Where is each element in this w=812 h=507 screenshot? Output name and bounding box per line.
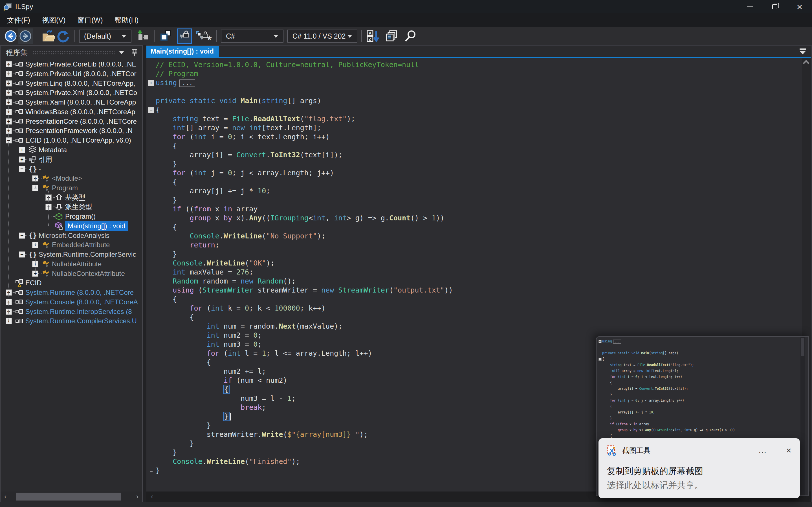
tree-item-label[interactable]: System.Runtime.CompilerServices.U xyxy=(26,317,137,325)
menu-item-0[interactable]: 文件(F) xyxy=(1,13,36,27)
tree-branch xyxy=(12,102,15,103)
tree-item-label[interactable]: System.Xaml (8.0.0.0, .NETCoreApp xyxy=(26,98,136,106)
tree-item-presentationframework-8-0-0-0-n[interactable]: +PresentationFramework (8.0.0.0, .N xyxy=(1,126,142,135)
fold-margin[interactable]: − xyxy=(146,105,156,114)
tree-item-system-private-corelib-8-0-0-0-ne[interactable]: +System.Private.CoreLib (8.0.0.0, .NE xyxy=(1,59,142,69)
tree-item-system-runtime-interopservices-8[interactable]: +System.Runtime.InteropServices (8 xyxy=(1,307,142,317)
minimize-button[interactable] xyxy=(738,0,762,13)
tree-item-label[interactable]: Program xyxy=(52,184,78,192)
fold-collapse-icon[interactable]: − xyxy=(148,107,154,113)
scroll-up-icon[interactable] xyxy=(803,60,809,66)
tree-item-ecid[interactable]: ECID xyxy=(1,278,142,288)
tree-item-system-private-xml-8-0-0-0-netco[interactable]: +System.Private.Xml (8.0.0.0, .NETCo xyxy=(1,88,142,98)
tree-horizontal-scrollbar[interactable]: ‹ › xyxy=(1,492,142,502)
tree-item-label[interactable]: Metadata xyxy=(39,146,67,154)
tree-item-label[interactable]: Microsoft.CodeAnalysis xyxy=(39,232,109,239)
toast-more-button[interactable]: … xyxy=(758,446,767,455)
menu-item-1[interactable]: 视图(V) xyxy=(36,13,71,27)
show-internal-api-button[interactable] xyxy=(158,29,173,44)
tree-item-label[interactable]: System.Runtime.InteropServices (8 xyxy=(26,308,132,316)
tree-item-label[interactable]: - xyxy=(39,165,41,173)
tree-item-label[interactable]: System.Private.CoreLib (8.0.0.0, .NE xyxy=(26,60,137,68)
tree-item-nullableattribute[interactable]: +♥NullableAttribute xyxy=(1,259,142,269)
assembly-list-select[interactable]: (Default) xyxy=(79,30,132,43)
tree-item-label[interactable]: System.Runtime (8.0.0.0, .NETCore xyxy=(26,289,134,296)
search-button[interactable] xyxy=(403,29,418,44)
tree-item-system-runtime-8-0-0-0-netcore[interactable]: +System.Runtime (8.0.0.0, .NETCore xyxy=(1,288,142,297)
tree-item-label[interactable]: <Module> xyxy=(52,174,82,182)
scroll-left-icon[interactable]: ‹ xyxy=(146,493,158,501)
add-assembly-list-button[interactable] xyxy=(135,29,150,44)
tab-main-string-void[interactable]: Main(string[]) : void xyxy=(146,46,219,57)
close-button[interactable]: × xyxy=(787,0,812,13)
tree-item-system-runtime-compilerservices-u[interactable]: +System.Runtime.CompilerServices.U xyxy=(1,316,142,326)
tree-item-label[interactable]: PresentationFramework (8.0.0.0, .N xyxy=(26,127,133,135)
tree-item-label[interactable]: NullableAttribute xyxy=(52,260,102,268)
snipping-tool-toast[interactable]: 截图工具 … × 复制到剪贴板的屏幕截图 选择此处以标记并共享。 xyxy=(599,438,800,498)
tree-item-system-private-uri-8-0-0-0-netcor[interactable]: +System.Private.Uri (8.0.0.0, .NETCor xyxy=(1,69,142,78)
menu-item-3[interactable]: 帮助(H) xyxy=(109,13,145,27)
fold-margin xyxy=(146,439,156,448)
tree-item-label[interactable]: 基类型 xyxy=(65,193,86,202)
collapsed-region-box[interactable]: ... xyxy=(613,340,621,344)
fold-margin[interactable]: + xyxy=(146,78,156,88)
tree-item-presentationcore-8-0-0-0-netcore[interactable]: +PresentationCore (8.0.0.0, .NETCore xyxy=(1,117,142,126)
fold-expand-icon[interactable]: + xyxy=(148,80,154,86)
tree-item-label[interactable]: ECID (1.0.0.0, .NETCoreApp, v6.0) xyxy=(26,136,131,144)
code-text: for (int j = 0; j < array.Length; j++) xyxy=(156,169,334,177)
tree-item-label[interactable]: System.Linq (8.0.0.0, .NETCoreApp, xyxy=(26,79,135,88)
language-version-select[interactable]: C# 11.0 / VS 202 xyxy=(288,30,357,43)
tree-item-label[interactable]: System.Private.Xml (8.0.0.0, .NETCo xyxy=(26,89,137,97)
preview-scrollbar[interactable] xyxy=(801,337,805,496)
show-all-members-button[interactable]: ♥ ★ xyxy=(196,29,212,44)
tree-item-windowsbase-8-0-0-0-netcoreap[interactable]: +WindowsBase (8.0.0.0, .NETCoreAp xyxy=(1,107,142,117)
tree-item-label[interactable]: 派生类型 xyxy=(65,202,92,211)
reload-button[interactable] xyxy=(56,29,70,44)
tree-item-label[interactable]: EmbeddedAttribute xyxy=(52,241,110,249)
tree-item-label[interactable]: System.Private.Uri (8.0.0.0, .NETCor xyxy=(26,70,136,78)
fold-margin[interactable]: − xyxy=(598,356,602,362)
toast-hint[interactable]: 选择此处以标记并共享。 xyxy=(607,480,792,491)
tree-item-label[interactable]: NullableContextAttribute xyxy=(52,270,125,278)
tree-item-system-xaml-8-0-0-0-netcoreapp[interactable]: +System.Xaml (8.0.0.0, .NETCoreApp xyxy=(1,98,142,107)
language-select[interactable]: C# xyxy=(221,30,284,43)
tree-item-system-linq-8-0-0-0-netcoreapp-[interactable]: +System.Linq (8.0.0.0, .NETCoreApp, xyxy=(1,78,142,88)
maximize-button[interactable] xyxy=(762,0,787,13)
fold-expand-icon[interactable]: + xyxy=(599,340,602,343)
pin-icon[interactable] xyxy=(131,49,138,57)
tab-list-button[interactable] xyxy=(800,46,806,57)
tree-branch xyxy=(38,273,42,274)
tree-item-label[interactable]: System.Console (8.0.0.0, .NETCoreA xyxy=(26,298,138,306)
fold-collapse-icon[interactable]: − xyxy=(599,358,602,361)
open-file-button[interactable] xyxy=(41,29,56,44)
sort-assemblies-button[interactable]: A Z xyxy=(366,29,380,44)
tree-item-label[interactable]: PresentationCore (8.0.0.0, .NETCore xyxy=(26,117,137,125)
tree-item-system-console-8-0-0-0-netcorea[interactable]: +System.Console (8.0.0.0, .NETCoreA xyxy=(1,297,142,307)
tree-item-label[interactable]: System.Runtime.CompilerServic xyxy=(39,250,136,259)
fold-margin[interactable]: + xyxy=(598,338,602,344)
panel-splitter[interactable] xyxy=(143,45,146,507)
show-public-api-toggle[interactable]: ♥ xyxy=(177,29,192,44)
tree-branch xyxy=(25,235,28,236)
scroll-right-icon[interactable]: › xyxy=(133,493,142,501)
assembly-tree[interactable]: +System.Private.CoreLib (8.0.0.0, .NE+Sy… xyxy=(1,59,142,491)
tree-item-label[interactable]: 引用 xyxy=(39,155,52,164)
code-line: array[j] += j * 10; xyxy=(146,186,801,195)
scrollbar-thumb[interactable] xyxy=(801,338,804,356)
scrollbar-thumb[interactable] xyxy=(16,493,121,501)
back-button[interactable] xyxy=(3,29,18,44)
panel-drag-texture[interactable] xyxy=(32,50,114,55)
collapse-all-button[interactable] xyxy=(385,29,399,44)
tree-item-label[interactable]: ECID xyxy=(26,279,42,287)
panel-menu-chevron-icon[interactable] xyxy=(119,51,124,54)
collapsed-region-box[interactable]: ... xyxy=(180,79,195,87)
tree-item-label[interactable]: Main(string[]) : void xyxy=(65,221,128,231)
tree-item-label[interactable]: WindowsBase (8.0.0.0, .NETCoreAp xyxy=(26,108,135,116)
scroll-left-icon[interactable]: ‹ xyxy=(1,493,10,501)
tree-item-nullablecontextattribute[interactable]: +♥NullableContextAttribute xyxy=(1,269,142,278)
tree-item-label[interactable]: Program() xyxy=(65,213,96,220)
constructor-icon xyxy=(55,213,63,220)
menu-item-2[interactable]: 窗口(W) xyxy=(71,13,109,27)
forward-button[interactable] xyxy=(18,29,33,44)
toast-close-button[interactable]: × xyxy=(786,445,792,456)
